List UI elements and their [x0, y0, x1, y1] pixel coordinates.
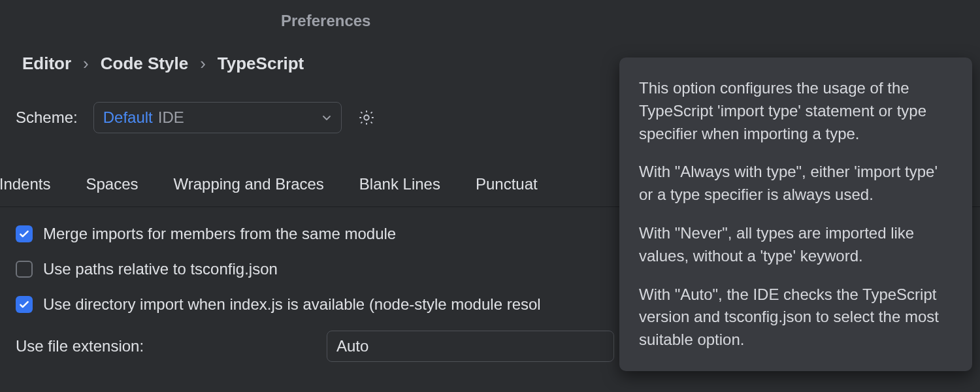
svg-point-0	[364, 115, 368, 120]
chevron-right-icon: ›	[83, 54, 89, 74]
checkbox-use-paths-relative[interactable]	[16, 261, 33, 278]
file-extension-value: Auto	[336, 337, 368, 355]
label-use-file-extension: Use file extension:	[16, 337, 315, 355]
file-extension-select[interactable]: Auto	[327, 331, 614, 362]
breadcrumb-editor[interactable]: Editor	[22, 54, 71, 74]
chevron-down-icon	[321, 108, 332, 127]
gear-icon[interactable]	[357, 108, 376, 127]
window-title: Preferences	[281, 12, 370, 30]
checkbox-merge-imports[interactable]	[16, 225, 33, 242]
checkbox-directory-import[interactable]	[16, 296, 33, 313]
tooltip-paragraph: With "Never", all types are imported lik…	[639, 222, 953, 268]
scheme-label: Scheme:	[16, 108, 78, 127]
label-merge-imports: Merge imports for members from the same …	[43, 225, 396, 243]
tooltip-paragraph: This option configures the usage of the …	[639, 77, 953, 145]
breadcrumb-typescript[interactable]: TypeScript	[218, 54, 304, 74]
tooltip-paragraph: With "Always with type", either 'import …	[639, 161, 953, 206]
tab-blank-lines[interactable]: Blank Lines	[359, 175, 440, 193]
breadcrumb-code-style[interactable]: Code Style	[101, 54, 188, 74]
scheme-select[interactable]: Default IDE	[93, 102, 342, 133]
tab-punctuation[interactable]: Punctuat	[476, 175, 538, 193]
tooltip-paragraph: With "Auto", the IDE checks the TypeScri…	[639, 284, 953, 351]
chevron-right-icon: ›	[200, 54, 206, 74]
label-use-paths-relative: Use paths relative to tsconfig.json	[43, 260, 278, 278]
scheme-value-secondary: IDE	[158, 108, 184, 127]
scheme-value-primary: Default	[103, 108, 153, 127]
tab-wrapping-and-braces[interactable]: Wrapping and Braces	[174, 175, 324, 193]
breadcrumb: Editor › Code Style › TypeScript	[22, 54, 304, 74]
help-tooltip: This option configures the usage of the …	[619, 57, 972, 371]
tab-tabs-and-indents[interactable]: and Indents	[0, 175, 50, 193]
label-directory-import: Use directory import when index.js is av…	[43, 295, 541, 314]
tab-spaces[interactable]: Spaces	[86, 175, 138, 193]
